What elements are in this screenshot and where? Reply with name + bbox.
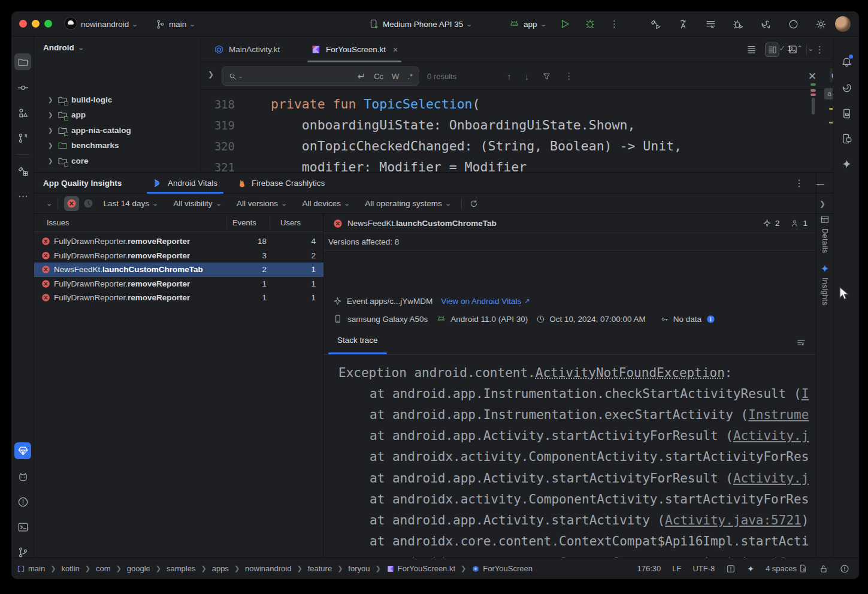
tree-item-app-nia-catalog[interactable]: ❯app-nia-catalog: [48, 122, 131, 138]
build-run-button[interactable]: [650, 19, 661, 30]
chevron-right-icon[interactable]: ❯: [48, 97, 54, 103]
project-view-selector[interactable]: Android ⌄: [43, 43, 83, 52]
filter-dropdown-all-versions[interactable]: All versions⌄: [237, 199, 286, 208]
inspections-widget[interactable]: ✓ 1 ⌃ ⌃: [779, 44, 813, 53]
issue-row-FullyDrawnReporter.removeReporter[interactable]: FullyDrawnReporter.removeReporter 3 2: [34, 249, 323, 263]
tool-window-button-app-quality-insights[interactable]: [14, 442, 31, 459]
breadcrumb-item-foryou[interactable]: foryou: [348, 564, 370, 573]
aqi-tab-Android Vitals[interactable]: Android Vitals: [153, 173, 217, 194]
issue-row-FullyDrawnReporter.removeReporter[interactable]: FullyDrawnReporter.removeReporter 18 4: [34, 234, 323, 249]
issue-row-FullyDrawnReporter.removeReporter[interactable]: FullyDrawnReporter.removeReporter 1 1: [34, 291, 323, 305]
view-on-android-vitals-link[interactable]: View on Android Vitals: [441, 297, 521, 306]
chevron-right-icon[interactable]: ❯: [48, 158, 54, 164]
device-selector[interactable]: Medium Phone API 35 ⌄: [368, 11, 472, 37]
tool-window-button-logcat[interactable]: [14, 468, 31, 485]
more-actions-button[interactable]: ⋮: [610, 19, 619, 29]
close-search-icon[interactable]: ✕: [808, 70, 816, 83]
newline-icon[interactable]: ↵: [358, 71, 365, 82]
anr-filter-toggle[interactable]: [81, 196, 96, 211]
debug-button[interactable]: [585, 19, 595, 29]
breadcrumb-item-samples[interactable]: samples: [167, 564, 195, 573]
aqi-tab-Firebase Crashlytics[interactable]: Firebase Crashlytics: [237, 173, 325, 194]
user-avatar[interactable]: [835, 16, 851, 32]
panel-options-button[interactable]: ⋮: [794, 177, 804, 189]
stack-trace-tab[interactable]: Stack trace: [337, 336, 378, 345]
fatal-filter-toggle[interactable]: [64, 196, 79, 211]
project-selector[interactable]: nowinandroid ⌄: [64, 11, 138, 37]
app-filter-dropdown[interactable]: ⌄: [43, 200, 52, 207]
ai-assistant-icon[interactable]: ✦: [747, 564, 754, 574]
column-users[interactable]: Users: [280, 218, 301, 227]
filter-dropdown-all-visibility[interactable]: All visibility⌄: [173, 199, 221, 208]
run-configuration-selector[interactable]: app ⌄: [509, 11, 546, 37]
filter-dropdown-all-operating-systems[interactable]: All operating systems⌄: [365, 199, 450, 208]
tool-window-button-notifications[interactable]: [838, 53, 855, 70]
tool-window-button-running-devices[interactable]: [838, 130, 855, 147]
breadcrumb-item-apps[interactable]: apps: [212, 564, 229, 573]
match-case-toggle[interactable]: Cc: [374, 72, 383, 81]
readonly-indicator-icon[interactable]: [726, 564, 736, 574]
lock-icon[interactable]: [819, 564, 828, 574]
tree-item-core[interactable]: ❯core: [48, 153, 89, 168]
side-tab-insights[interactable]: Insights: [816, 264, 833, 306]
search-everywhere-button[interactable]: [788, 19, 799, 30]
breadcrumb-item-google[interactable]: google: [127, 564, 150, 573]
regex-toggle[interactable]: .*: [407, 72, 413, 81]
chevron-right-icon[interactable]: ❯: [48, 142, 54, 149]
tool-window-button-project[interactable]: [14, 53, 31, 70]
notifications-status-icon[interactable]: [840, 564, 849, 574]
side-tab-details[interactable]: Details: [816, 215, 833, 254]
close-window-button[interactable]: [19, 20, 27, 28]
prev-problem-icon[interactable]: ⌃: [797, 44, 803, 52]
stack-trace[interactable]: Exception android.content.ActivityNotFou…: [323, 354, 816, 558]
tool-window-button-resource-manager[interactable]: [14, 104, 31, 121]
caret-position[interactable]: 176:30: [637, 564, 661, 573]
gradle-sync-button[interactable]: [760, 19, 772, 30]
editor-scrollbar[interactable]: [812, 98, 815, 114]
attach-debugger-button[interactable]: [733, 19, 744, 30]
tool-window-button-device-manager[interactable]: [838, 105, 855, 122]
refresh-icon[interactable]: [469, 199, 479, 209]
tool-window-button-gradle[interactable]: [838, 79, 855, 96]
breadcrumb-item-nowinandroid[interactable]: nowinandroid: [245, 564, 291, 573]
breadcrumb-item-com[interactable]: com: [96, 564, 111, 573]
issue-row-FullyDrawnReporter.removeReporter[interactable]: FullyDrawnReporter.removeReporter 1 1: [34, 277, 323, 291]
info-icon[interactable]: [706, 315, 715, 324]
tree-item-build-logic[interactable]: ❯build-logic: [48, 92, 112, 107]
split-editor-icon[interactable]: [765, 43, 779, 57]
editor-tab-ForYouScreen.kt[interactable]: ForYouScreen.kt×: [304, 37, 405, 62]
search-more-options-button[interactable]: ⋮: [564, 71, 573, 82]
zoom-window-button[interactable]: [44, 20, 52, 28]
code-editor[interactable]: 318private fun TopicSelection(319 onboar…: [201, 90, 833, 172]
tool-window-button-build[interactable]: [14, 162, 31, 179]
breadcrumb-item-ForYouScreen.kt[interactable]: ForYouScreen.kt: [386, 564, 455, 573]
indent-setting[interactable]: 4 spaces: [766, 564, 797, 573]
search-input[interactable]: ⌄ ↵ Cc W .*: [222, 67, 419, 86]
filter-dropdown-last-14-days[interactable]: Last 14 days⌄: [103, 199, 158, 208]
breadcrumb-item-ForYouScreen[interactable]: ForYouScreen: [471, 564, 533, 573]
line-separator[interactable]: LF: [672, 564, 681, 573]
close-tab-icon[interactable]: ×: [393, 45, 398, 55]
next-problem-icon[interactable]: ⌃: [808, 44, 813, 52]
editor-tab-MainActivity.kt[interactable]: MainActivity.kt: [207, 37, 287, 62]
tool-window-button-gemini[interactable]: [838, 155, 855, 172]
rerun-ai-button[interactable]: [678, 19, 689, 30]
filter-search-icon[interactable]: [542, 72, 551, 81]
breadcrumb-item-feature[interactable]: feature: [308, 564, 332, 573]
structure-view-icon[interactable]: [746, 44, 757, 55]
minimize-window-button[interactable]: [32, 20, 40, 28]
chevron-right-icon[interactable]: ❯: [48, 111, 54, 118]
issue-row-NewsFeedKt.launchCustomChromeTab[interactable]: NewsFeedKt.launchCustomChromeTab 2 1: [34, 263, 323, 277]
run-button[interactable]: [559, 19, 570, 29]
tool-window-button-terminal[interactable]: [14, 518, 31, 535]
file-encoding[interactable]: UTF-8: [692, 564, 715, 573]
tool-window-button-commit[interactable]: [14, 79, 31, 96]
soft-wrap-icon[interactable]: [796, 338, 806, 348]
whole-words-toggle[interactable]: W: [392, 72, 399, 81]
branch-selector[interactable]: main ⌄: [155, 11, 195, 37]
expand-search-icon[interactable]: ❯: [208, 70, 214, 79]
tool-window-button-more-tools[interactable]: [14, 188, 31, 204]
tool-window-button-pull-requests[interactable]: [14, 129, 31, 146]
previous-occurrence-button[interactable]: ↑: [507, 71, 512, 82]
next-occurrence-button[interactable]: ↓: [525, 71, 530, 82]
